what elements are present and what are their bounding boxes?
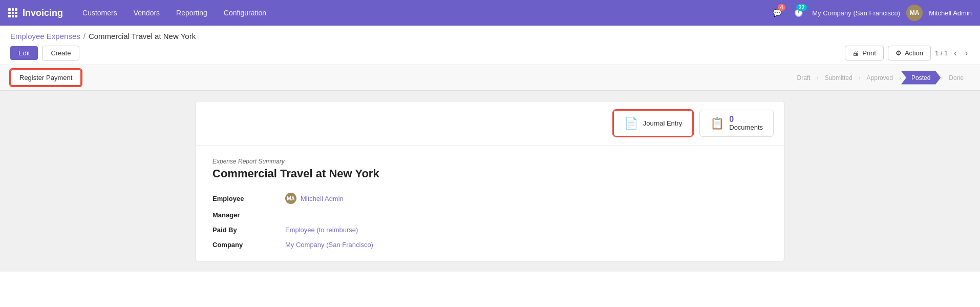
company-value[interactable]: My Company (San Francisco) xyxy=(285,241,373,249)
notifications-badge[interactable]: 💬 4 xyxy=(769,5,784,21)
breadcrumb-current: Commercial Travel at New York xyxy=(89,32,196,40)
form-fields: Employee MA Mitchell Admin Manager xyxy=(212,193,768,249)
status-done: Done xyxy=(943,72,970,84)
journal-entry-icon: 📄 xyxy=(624,117,638,130)
print-icon: 🖨 xyxy=(853,49,859,57)
company-row: Company My Company (San Francisco) xyxy=(212,241,768,249)
employee-label: Employee xyxy=(212,195,279,202)
paid-by-name: Employee (to reimburse) xyxy=(285,226,358,234)
pagination-info: 1 / 1 ‹ › xyxy=(935,48,970,59)
company-name: My Company (San Francisco) xyxy=(285,241,373,249)
content-card: 📄 Journal Entry 📋 0 Documents Expense Re… xyxy=(196,101,784,261)
brand[interactable]: Invoicing xyxy=(8,8,63,18)
company-label: My Company (San Francisco) xyxy=(812,9,900,17)
username-label: Mitchell Admin xyxy=(929,9,972,17)
breadcrumb-parent[interactable]: Employee Expenses xyxy=(10,32,80,40)
documents-button[interactable]: 📋 0 Documents xyxy=(699,110,774,137)
app-grid-icon[interactable] xyxy=(8,8,17,17)
documents-icon: 📋 xyxy=(710,117,724,130)
status-submitted: Submitted xyxy=(819,72,859,84)
status-posted[interactable]: Posted xyxy=(901,71,941,85)
menu-vendors[interactable]: Vendors xyxy=(126,5,167,21)
employee-name: Mitchell Admin xyxy=(301,195,344,202)
topnav-right: 💬 4 🕐 22 My Company (San Francisco) MA M… xyxy=(769,5,972,21)
form-section-title: Expense Report Summary xyxy=(212,158,768,165)
documents-label: Documents xyxy=(729,124,763,131)
top-navigation: Invoicing Customers Vendors Reporting Co… xyxy=(0,0,980,26)
print-label: Print xyxy=(862,49,876,57)
brand-label: Invoicing xyxy=(23,8,63,18)
updates-count: 22 xyxy=(796,4,807,11)
form-title: Commercial Travel at New York xyxy=(212,167,768,180)
step-divider-3: › xyxy=(899,74,901,81)
employee-value[interactable]: MA Mitchell Admin xyxy=(285,193,344,204)
create-button[interactable]: Create xyxy=(42,46,79,60)
status-draft: Draft xyxy=(791,72,817,84)
form-content: Expense Report Summary Commercial Travel… xyxy=(196,146,784,261)
employee-avatar: MA xyxy=(285,193,296,204)
main-content: 📄 Journal Entry 📋 0 Documents Expense Re… xyxy=(0,91,980,272)
documents-count: 0 xyxy=(729,115,763,124)
register-payment-button[interactable]: Register Payment xyxy=(10,69,81,86)
manager-label: Manager xyxy=(212,211,279,219)
status-steps: Draft › Submitted › Approved › Posted › … xyxy=(791,71,970,85)
prev-page-button[interactable]: ‹ xyxy=(952,48,958,59)
gear-icon: ⚙ xyxy=(896,49,902,57)
documents-text: 0 Documents xyxy=(729,115,763,131)
next-page-button[interactable]: › xyxy=(963,48,970,59)
menu-reporting[interactable]: Reporting xyxy=(169,5,215,21)
breadcrumb-bar: Employee Expenses / Commercial Travel at… xyxy=(0,26,980,65)
paid-by-value[interactable]: Employee (to reimburse) xyxy=(285,226,358,234)
action-label: Action xyxy=(905,49,923,57)
journal-entry-text: Journal Entry xyxy=(643,119,683,127)
paid-by-label: Paid By xyxy=(212,226,279,234)
pagination-text: 1 / 1 xyxy=(935,49,948,57)
user-avatar[interactable]: MA xyxy=(906,5,923,21)
print-button[interactable]: 🖨 Print xyxy=(845,46,884,60)
journal-entry-label: Journal Entry xyxy=(643,119,683,127)
toolbar: Edit Create 🖨 Print ⚙ Action 1 / 1 ‹ › xyxy=(10,46,970,60)
topnav-menu: Customers Vendors Reporting Configuratio… xyxy=(75,5,765,21)
menu-customers[interactable]: Customers xyxy=(75,5,124,21)
status-approved: Approved xyxy=(861,72,899,84)
journal-entry-button[interactable]: 📄 Journal Entry xyxy=(613,110,694,137)
manager-row: Manager xyxy=(212,211,768,219)
edit-button[interactable]: Edit xyxy=(10,46,38,60)
company-label: Company xyxy=(212,241,279,249)
paid-by-row: Paid By Employee (to reimburse) xyxy=(212,226,768,234)
employee-row: Employee MA Mitchell Admin xyxy=(212,193,768,204)
action-button[interactable]: ⚙ Action xyxy=(888,46,931,60)
status-bar: Register Payment Draft › Submitted › App… xyxy=(0,65,980,91)
page-wrapper: Employee Expenses / Commercial Travel at… xyxy=(0,26,980,307)
breadcrumb-separator: / xyxy=(83,32,86,40)
breadcrumb: Employee Expenses / Commercial Travel at… xyxy=(10,32,970,40)
menu-configuration[interactable]: Configuration xyxy=(217,5,273,21)
notifications-count: 4 xyxy=(778,4,786,11)
smart-buttons: 📄 Journal Entry 📋 0 Documents xyxy=(196,101,784,146)
updates-badge[interactable]: 🕐 22 xyxy=(791,5,806,21)
